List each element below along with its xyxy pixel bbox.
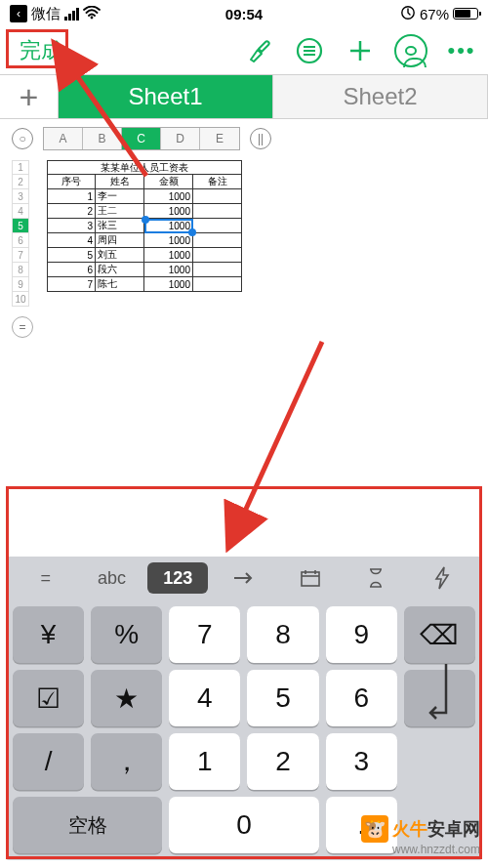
cell[interactable]: 李一 <box>96 189 144 204</box>
cell[interactable]: 金额 <box>144 175 193 189</box>
key-0[interactable]: 0 <box>169 797 318 853</box>
kb-mode-abc[interactable]: abc <box>82 562 142 594</box>
cell[interactable] <box>193 263 242 277</box>
col-insert-handle[interactable]: || <box>250 128 271 149</box>
cell[interactable]: 1000 <box>144 233 193 248</box>
grid[interactable]: 某某单位人员工资表 序号 姓名 金额 备注 1 李一 1000 2 王二 100… <box>47 160 242 307</box>
col-header-e[interactable]: E <box>200 128 239 149</box>
key-4[interactable]: 4 <box>169 670 240 726</box>
kb-mode-123[interactable]: 123 <box>147 562 208 594</box>
kb-mode-equals[interactable]: = <box>16 562 76 594</box>
signal-icon <box>64 8 79 21</box>
cell[interactable]: 3 <box>47 219 96 233</box>
col-header-d[interactable]: D <box>161 128 200 149</box>
row-header[interactable]: 2 <box>12 175 29 189</box>
tab-sheet2[interactable]: Sheet2 <box>273 75 488 118</box>
cell[interactable]: 1000 <box>144 263 193 277</box>
col-header-c[interactable]: C <box>122 128 161 149</box>
key-6[interactable]: 6 <box>326 670 397 726</box>
cell[interactable] <box>193 233 242 248</box>
cell[interactable]: 王二 <box>96 204 144 219</box>
key-comma[interactable]: ， <box>91 733 162 790</box>
key-8[interactable]: 8 <box>247 606 318 663</box>
watermark-brand-pre: 火牛 <box>392 819 427 839</box>
formula-button[interactable]: = <box>12 316 33 338</box>
row-header[interactable]: 8 <box>12 263 29 277</box>
add-sheet-button[interactable]: + <box>0 75 59 118</box>
cell[interactable]: 陈七 <box>96 277 144 292</box>
cell[interactable] <box>193 204 242 219</box>
cell[interactable]: 姓名 <box>96 175 144 189</box>
cell[interactable]: 张三 <box>96 219 144 233</box>
row-insert-handle[interactable]: ○ <box>12 128 33 149</box>
cell[interactable] <box>193 248 242 263</box>
row-header[interactable]: 3 <box>12 189 29 204</box>
row-header[interactable]: 1 <box>12 160 29 175</box>
kb-tab-icon[interactable] <box>214 562 274 594</box>
cell[interactable]: 备注 <box>193 175 242 189</box>
kb-date-icon[interactable] <box>280 562 341 594</box>
svg-line-13 <box>242 342 322 517</box>
key-7[interactable]: 7 <box>169 606 240 663</box>
row-header[interactable]: 4 <box>12 204 29 219</box>
spreadsheet-area: 1 2 3 4 5 6 7 8 9 10 某某单位人员工资表 序号 姓名 金额 … <box>0 158 488 307</box>
col-header-b[interactable]: B <box>83 128 122 149</box>
cell[interactable] <box>193 189 242 204</box>
cell[interactable]: 4 <box>47 233 96 248</box>
format-brush-icon[interactable] <box>242 34 275 67</box>
filter-menu-icon[interactable] <box>293 34 326 67</box>
key-yen[interactable]: ¥ <box>13 606 84 663</box>
kb-hourglass-icon[interactable] <box>346 562 407 594</box>
key-slash[interactable]: / <box>13 733 84 790</box>
key-3[interactable]: 3 <box>326 733 397 790</box>
cell[interactable]: 1000 <box>144 204 193 219</box>
key-9[interactable]: 9 <box>326 606 397 663</box>
cell[interactable]: 2 <box>47 204 96 219</box>
cell[interactable]: 刘五 <box>96 248 144 263</box>
tab-sheet1[interactable]: Sheet1 <box>59 75 273 118</box>
cell[interactable]: 6 <box>47 263 96 277</box>
cell[interactable]: 周四 <box>96 233 144 248</box>
more-icon[interactable]: ••• <box>445 34 478 67</box>
cell[interactable]: 序号 <box>47 175 96 189</box>
column-header-area: ○ A B C D E || <box>0 119 488 158</box>
row-header[interactable]: 5 <box>12 219 29 233</box>
key-percent[interactable]: % <box>91 606 162 663</box>
cell[interactable]: 1000 <box>144 277 193 292</box>
key-space[interactable]: 空格 <box>13 797 162 853</box>
row-header[interactable]: 7 <box>12 248 29 263</box>
key-star[interactable]: ★ <box>91 670 162 726</box>
key-checkbox[interactable]: ☑ <box>13 670 84 726</box>
keyboard-toolbar: = abc 123 <box>6 557 482 599</box>
carrier-label: 微信 <box>31 5 61 23</box>
cell[interactable]: 1 <box>47 189 96 204</box>
cell[interactable]: 5 <box>47 248 96 263</box>
cell[interactable]: 1000 <box>144 189 193 204</box>
cell[interactable] <box>193 277 242 292</box>
watermark-url: www.hnzzdt.com <box>361 843 480 856</box>
cell[interactable]: 1000 <box>144 219 193 233</box>
kb-bolt-icon[interactable] <box>412 562 472 594</box>
row-header[interactable]: 9 <box>12 277 29 292</box>
cell[interactable]: 7 <box>47 277 96 292</box>
back-chevron-icon[interactable]: ‹ <box>10 5 27 22</box>
battery-label: 67% <box>420 6 449 22</box>
avatar-icon[interactable] <box>394 34 427 67</box>
row-header[interactable]: 10 <box>12 292 29 307</box>
col-header-a[interactable]: A <box>44 128 83 149</box>
rotation-lock-icon <box>400 5 416 23</box>
row-header[interactable]: 6 <box>12 233 29 248</box>
cell[interactable]: 段六 <box>96 263 144 277</box>
cell[interactable]: 1000 <box>144 248 193 263</box>
add-icon[interactable] <box>344 34 377 67</box>
done-button[interactable]: 完成 <box>10 31 72 70</box>
watermark-logo-icon: 🐮 <box>361 815 388 843</box>
battery-icon <box>453 8 478 20</box>
app-header: 完成 ••• <box>0 27 488 74</box>
cell-title[interactable]: 某某单位人员工资表 <box>47 160 242 175</box>
cell[interactable] <box>193 219 242 233</box>
key-2[interactable]: 2 <box>247 733 318 790</box>
key-5[interactable]: 5 <box>247 670 318 726</box>
key-return[interactable] <box>404 670 475 726</box>
key-1[interactable]: 1 <box>169 733 240 790</box>
